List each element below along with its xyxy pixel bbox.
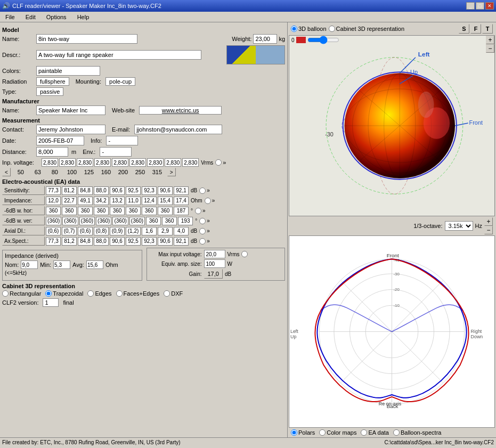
spect-radio[interactable] xyxy=(199,238,206,245)
model-name-row: Name: Weight: kg xyxy=(2,34,285,44)
minimize-button[interactable]: _ xyxy=(466,2,475,10)
balloon-zoom-in[interactable]: + xyxy=(486,36,494,44)
impedance-label[interactable]: Impedance: xyxy=(2,196,45,205)
ax-spect-label[interactable]: Ax.Spect.: xyxy=(2,237,45,246)
octave-select[interactable]: 3.15k 1k 500 xyxy=(445,221,473,231)
di-6: 1,6 xyxy=(142,227,157,235)
cabinet-edges: Edges xyxy=(87,290,111,297)
octave-unit: Hz xyxy=(475,223,482,229)
info-input[interactable] xyxy=(106,136,138,145)
distance-input[interactable] xyxy=(36,147,68,157)
email-input[interactable] xyxy=(134,125,222,134)
polars-radio[interactable] xyxy=(291,429,297,436)
balloon-zoom-out[interactable]: − xyxy=(486,44,494,53)
ver-more[interactable]: » xyxy=(207,218,210,224)
spect-7: 90,6 xyxy=(158,237,173,246)
polars-label: Polars xyxy=(298,429,315,436)
menu-help[interactable]: Help xyxy=(74,13,93,21)
inp-voltage-row: Inp. voltage: 2,830 2,830 2,830 2,830 2,… xyxy=(2,158,285,167)
slider-input[interactable] xyxy=(307,37,339,43)
sens-more[interactable]: » xyxy=(207,188,210,193)
manufacturer-name-row: Name: Web-site www.etcinc.us xyxy=(2,105,285,115)
rectangular-radio[interactable] xyxy=(2,290,9,297)
ver-0: (360) xyxy=(46,217,61,225)
main-content: Model Name: Weight: kg Descr.: Colors: xyxy=(0,22,496,437)
ea-data-radio[interactable] xyxy=(361,429,367,436)
hor-5: 360 xyxy=(126,207,141,215)
ea-impedance-row: Impedance: 12,0 22,7 49,1 34,2 13,2 11,0… xyxy=(2,196,285,205)
max-voltage-input[interactable] xyxy=(204,250,225,258)
status-bar: File created by: ETC, Inc., 8780 Rufing … xyxy=(0,437,496,447)
hor-0: 360 xyxy=(46,207,61,215)
close-button[interactable]: ✕ xyxy=(485,2,494,10)
freq-prev-btn[interactable]: < xyxy=(2,168,11,176)
trapezoidal-radio[interactable] xyxy=(45,290,52,297)
menu-edit[interactable]: Edit xyxy=(22,13,39,21)
website-value[interactable]: www.etcinc.us xyxy=(139,106,222,115)
3d-balloon-radio[interactable] xyxy=(291,26,297,32)
sens-0: 77,3 xyxy=(46,186,61,195)
imp-radio[interactable] xyxy=(205,198,211,204)
descr-input[interactable] xyxy=(36,50,201,60)
spect-more[interactable]: » xyxy=(207,238,210,244)
nom-input[interactable] xyxy=(21,260,38,269)
polar-svg: Front Back Left Up Right Down Re on-axis… xyxy=(289,236,494,427)
6db-hor-label[interactable]: -6dB w. hor: xyxy=(2,206,45,215)
di-more[interactable]: » xyxy=(207,228,210,234)
hor-radio[interactable] xyxy=(195,208,201,214)
date-input[interactable] xyxy=(36,136,84,145)
ver-7: 360 xyxy=(162,217,177,225)
model-name-input[interactable] xyxy=(36,34,137,44)
env-input[interactable] xyxy=(100,147,132,157)
avg-input[interactable] xyxy=(86,260,103,269)
color-maps-option: Color maps xyxy=(319,429,356,436)
version-input[interactable] xyxy=(43,298,59,307)
faces-edges-radio[interactable] xyxy=(116,290,123,297)
max-voltage-radio[interactable] xyxy=(241,251,248,257)
svg-text:-30: -30 xyxy=(325,131,334,137)
view-btn-s[interactable]: S xyxy=(459,24,469,34)
inp-voltage-radio[interactable] xyxy=(215,159,222,166)
view-btn-t[interactable]: T xyxy=(482,24,493,34)
weight-input[interactable] xyxy=(253,34,277,44)
di-0: (0,6) xyxy=(46,227,61,235)
sens-radio[interactable] xyxy=(199,188,206,194)
min-input[interactable] xyxy=(53,260,70,269)
polar-zoom-in[interactable]: + xyxy=(484,217,493,226)
imp-more[interactable]: » xyxy=(212,198,215,203)
hor-more[interactable]: » xyxy=(202,208,206,214)
sensitivity-label[interactable]: Sensitivity: xyxy=(2,186,45,195)
edges-radio[interactable] xyxy=(87,290,94,297)
balloon-spectra-radio[interactable] xyxy=(393,429,400,436)
colors-label: Colors: xyxy=(2,68,34,74)
ver-radio[interactable] xyxy=(199,218,206,224)
dxf-radio[interactable] xyxy=(164,290,170,297)
menu-options[interactable]: Options xyxy=(43,13,70,21)
ver-3: (360) xyxy=(96,217,111,225)
di-radio[interactable] xyxy=(199,228,206,234)
view-btn-f[interactable]: F xyxy=(470,24,481,34)
model-radiation-row: Radiation fullsphere Mounting: pole-cup xyxy=(2,77,285,86)
freq-next-btn[interactable]: > xyxy=(167,168,176,176)
contact-input[interactable] xyxy=(36,125,105,134)
radiation-label: Radiation xyxy=(2,78,34,85)
volt-val-3: 2,830 xyxy=(94,158,111,167)
axial-di-label[interactable]: Axial DI.: xyxy=(2,226,45,235)
freq-315: 315 xyxy=(150,169,164,175)
inp-voltage-more[interactable]: » xyxy=(223,159,226,166)
imp-derived-title: Impedance (derived) xyxy=(5,252,140,259)
colors-input[interactable] xyxy=(36,66,100,76)
cabinet-3d-radio[interactable] xyxy=(329,26,335,32)
maximize-button[interactable]: □ xyxy=(476,2,484,10)
menu-file[interactable]: File xyxy=(2,13,18,21)
polar-zoom-out[interactable]: − xyxy=(484,226,493,234)
manufacturer-section-title: Manufacturer xyxy=(2,98,285,104)
amp-size-input[interactable] xyxy=(204,259,225,268)
gain-button[interactable]: 17,0 xyxy=(204,269,223,279)
color-maps-radio[interactable] xyxy=(319,429,326,436)
manufacturer-name-input[interactable] xyxy=(36,105,105,115)
nom-label: Nom: xyxy=(5,262,19,268)
spect-4: 90,6 xyxy=(110,237,125,246)
6db-ver-label[interactable]: -6dB w. ver: xyxy=(2,216,45,225)
menu-bar: File Edit Options Help xyxy=(0,12,496,22)
